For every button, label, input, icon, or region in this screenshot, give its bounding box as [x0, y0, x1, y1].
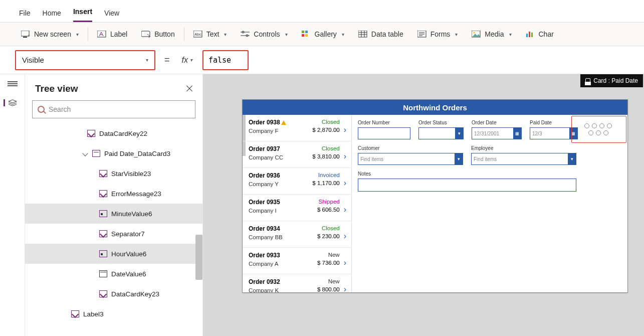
property-selector[interactable]: Visible ▾: [15, 50, 155, 70]
chevron-down-icon: ▾: [76, 32, 79, 37]
label-button[interactable]: Label: [90, 23, 134, 46]
property-value: Visible: [22, 56, 44, 64]
tree-item[interactable]: Paid Date_DataCard3: [25, 143, 202, 163]
tree-item[interactable]: MinuteValue6: [25, 204, 202, 224]
chevron-down-icon: ▾: [224, 32, 227, 37]
scrollbar-thumb[interactable]: [195, 235, 202, 280]
chevron-down-icon: ▾: [455, 32, 458, 37]
button-icon: [141, 31, 150, 38]
label-icon: [97, 31, 106, 38]
new-screen-button[interactable]: + New screen ▾: [14, 23, 86, 46]
order-list-item[interactable]: Order 0932Company KNew$ 800.00›: [243, 274, 351, 292]
svg-text:+: +: [28, 33, 30, 38]
order-list-item[interactable]: Order 0936Company YInvoiced$ 1,170.00›: [243, 168, 351, 195]
tree-item[interactable]: Separator7: [25, 224, 202, 244]
order-list-item[interactable]: Order 0938Company FClosed$ 2,870.00›: [243, 115, 351, 141]
order-list-item[interactable]: Order 0934Company BBClosed$ 230.00›: [243, 221, 351, 248]
order-status: Invoiced: [296, 172, 340, 178]
tree-item[interactable]: HourValue6: [25, 244, 202, 264]
button-button[interactable]: Button: [134, 23, 181, 46]
tree-view-rail-button[interactable]: [4, 99, 17, 106]
order-date-value: 12/31/2001: [474, 131, 499, 136]
data-table-button[interactable]: Data table: [351, 23, 410, 46]
chevron-down-icon: ▾: [146, 57, 148, 63]
media-dropdown[interactable]: Media ▾: [465, 23, 518, 46]
card-icon: [92, 150, 100, 157]
employee-combobox[interactable]: Find items ▾: [471, 153, 576, 165]
calendar-icon: ▦: [513, 128, 521, 139]
order-status: Closed: [296, 119, 340, 125]
tree-item[interactable]: DataCardKey22: [25, 123, 202, 143]
controls-dropdown-label: Controls: [254, 30, 280, 38]
notes-input[interactable]: [358, 179, 576, 192]
paid-date-picker[interactable]: 12/3 ▦: [530, 127, 578, 139]
controls-dropdown[interactable]: Controls ▾: [234, 23, 294, 46]
new-screen-label: New screen: [34, 30, 71, 38]
data-table-label: Data table: [371, 30, 403, 38]
formula-input[interactable]: [202, 50, 249, 70]
main: Tree view Search DataCardKey22Paid Date_…: [0, 74, 644, 336]
menu-tab-home[interactable]: Home: [43, 9, 61, 22]
menu-tab-file[interactable]: File: [19, 9, 31, 22]
menu-tab-insert[interactable]: Insert: [73, 8, 92, 22]
label-icon: [87, 130, 95, 137]
ribbon: + New screen ▾ Label Button Abc Text ▾ C…: [0, 22, 644, 46]
customer-combobox[interactable]: Find items ▾: [358, 153, 463, 165]
order-date-picker[interactable]: 12/31/2001 ▦: [472, 127, 522, 139]
order-list-item[interactable]: Order 0933Company ANew$ 736.00›: [243, 248, 351, 274]
tree-panel: Tree view Search DataCardKey22Paid Date_…: [25, 74, 203, 336]
chart-dropdown[interactable]: Char: [519, 23, 561, 46]
paid-date-card-selection[interactable]: [571, 116, 626, 143]
svg-rect-13: [302, 34, 304, 37]
text-dropdown[interactable]: Abc Text ▾: [186, 23, 234, 46]
hamburger-icon[interactable]: [8, 81, 18, 89]
tree-item-label: MinuteValue6: [111, 210, 152, 218]
tree-item[interactable]: StarVisible23: [25, 163, 202, 184]
fx-button[interactable]: fx ▾: [179, 50, 195, 70]
search-input[interactable]: Search: [32, 100, 195, 118]
order-company: Company BB: [249, 234, 292, 240]
chevron-down-icon: ▾: [285, 32, 288, 37]
order-number-input[interactable]: [358, 127, 410, 139]
selection-badge: Card : Paid Date: [580, 74, 643, 87]
forms-dropdown[interactable]: Forms ▾: [410, 23, 465, 46]
tree-list: DataCardKey22Paid Date_DataCard3StarVisi…: [25, 123, 202, 336]
table-icon: [358, 31, 367, 38]
gallery-dropdown[interactable]: Gallery ▾: [295, 23, 351, 46]
order-company: Company I: [249, 208, 292, 214]
order-number: Order 0935: [249, 199, 292, 206]
gallery-dropdown-label: Gallery: [315, 30, 337, 38]
tree-item[interactable]: Label3: [25, 304, 202, 324]
order-list-item[interactable]: Order 0935Company IShipped$ 606.50›: [243, 195, 351, 221]
menu-tab-view[interactable]: View: [104, 9, 119, 22]
warning-icon: [281, 120, 286, 125]
close-icon[interactable]: [185, 85, 193, 93]
order-price: $ 800.00: [296, 286, 340, 292]
tree-item[interactable]: DataCardKey23: [25, 284, 202, 304]
svg-rect-15: [358, 31, 367, 37]
paid-date-value: 12/3: [532, 131, 542, 136]
order-company: Company Y: [249, 181, 292, 187]
tree-item-label: ErrorMessage23: [111, 190, 161, 198]
search-icon: [38, 106, 45, 113]
label-icon: [99, 290, 107, 297]
search-placeholder: Search: [49, 105, 71, 113]
order-status-label: Order Status: [418, 120, 464, 125]
left-rail: [0, 74, 25, 336]
order-number: Order 0938: [249, 119, 292, 126]
controls-icon: [241, 31, 250, 38]
order-number: Order 0933: [249, 252, 292, 259]
tree-item[interactable]: DateValue6: [25, 264, 202, 284]
tree-item-label: DataCardKey23: [111, 290, 159, 298]
order-number: Order 0936: [249, 172, 292, 179]
employee-placeholder: Find items: [474, 156, 497, 162]
chevron-right-icon: ›: [344, 258, 346, 267]
order-list-item[interactable]: Order 0937Company CCClosed$ 3,810.00›: [243, 141, 351, 168]
input-icon: [99, 250, 107, 257]
order-number: Order 0934: [249, 225, 292, 232]
app-canvas[interactable]: Northwind Orders Order 0938Company FClos…: [242, 99, 628, 293]
tree-item-label: StarVisible23: [111, 170, 151, 178]
tree-item[interactable]: ErrorMessage23: [25, 184, 202, 204]
app-title: Northwind Orders: [243, 100, 627, 115]
order-status-dropdown[interactable]: ▾: [418, 127, 464, 139]
